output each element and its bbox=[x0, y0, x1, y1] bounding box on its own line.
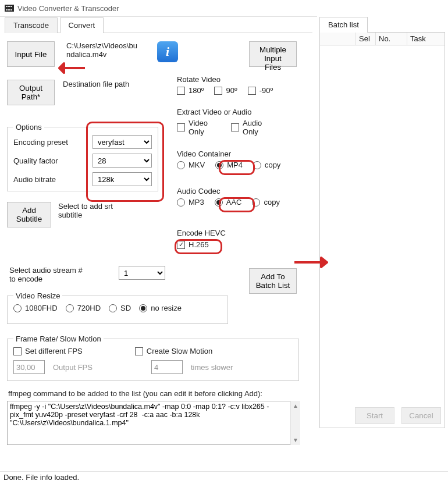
app-logo-icon bbox=[5, 3, 14, 13]
output-fps-label: Output FPS bbox=[53, 363, 143, 372]
rotate-video-label: Rotate Video bbox=[177, 75, 273, 84]
codec-aac-radio[interactable]: AAC bbox=[215, 198, 242, 207]
rotate-180-check[interactable]: 180º bbox=[177, 86, 204, 95]
container-mp4-radio[interactable]: MP4 bbox=[215, 161, 243, 169]
add-to-batch-button[interactable]: Add To Batch List bbox=[249, 268, 297, 294]
audio-bitrate-select[interactable]: 128k bbox=[93, 172, 152, 186]
svg-rect-2 bbox=[8, 6, 10, 7]
extract-group: Extract Video or Audio Video Only Audio … bbox=[177, 108, 262, 136]
cmd-label: ffmpeg command to be added to the list (… bbox=[8, 389, 299, 398]
scroll-up-icon[interactable]: ▲ bbox=[291, 401, 300, 411]
main-tabs: Transcode Convert bbox=[5, 17, 312, 33]
title-bar: Video Converter & Transcoder bbox=[0, 0, 448, 16]
extract-label: Extract Video or Audio bbox=[177, 108, 262, 116]
h265-check[interactable]: H.265 bbox=[177, 240, 209, 249]
annotation-arrow-input bbox=[58, 61, 86, 75]
batch-list-container: Sel No. Task Start Cancel bbox=[319, 33, 445, 428]
convert-panel: Input File C:\Users\z\Videos\bu ndalica.… bbox=[5, 33, 312, 452]
cmd-scrollbar[interactable]: ▲ ▼ bbox=[290, 401, 300, 445]
resize-720-radio[interactable]: 720HD bbox=[66, 304, 101, 312]
batch-panel: Batch list Sel No. Task Start Cancel bbox=[318, 16, 446, 458]
tab-batch-list[interactable]: Batch list bbox=[319, 17, 368, 33]
svg-rect-0 bbox=[5, 5, 14, 12]
rotate-90-check[interactable]: 90º bbox=[214, 86, 237, 95]
svg-rect-3 bbox=[10, 6, 12, 7]
svg-rect-5 bbox=[8, 9, 10, 10]
rotate-neg90-check[interactable]: -90º bbox=[248, 86, 273, 95]
codec-copy-radio[interactable]: copy bbox=[252, 198, 279, 207]
tab-transcode[interactable]: Transcode bbox=[5, 17, 58, 33]
scroll-down-icon[interactable]: ▼ bbox=[291, 435, 300, 445]
svg-rect-1 bbox=[6, 6, 8, 7]
subtitle-hint: Select to add srt subtitle bbox=[58, 202, 128, 219]
frame-slow-fieldset: Frame Rate/ Slow Motion Set different FP… bbox=[7, 334, 299, 381]
video-container-label: Video Container bbox=[177, 150, 280, 158]
multiple-input-button[interactable]: Multiple Input Files bbox=[249, 41, 297, 67]
main-panel: Transcode Convert Input File C:\Users\z\… bbox=[0, 16, 317, 458]
create-slow-check[interactable]: Create Slow Motion bbox=[135, 347, 212, 355]
times-slower-label: times slower bbox=[191, 363, 233, 372]
batch-col-task[interactable]: Task bbox=[407, 33, 445, 45]
set-fps-check[interactable]: Set different FPS bbox=[13, 347, 83, 355]
svg-rect-6 bbox=[10, 9, 12, 10]
options-legend: Options bbox=[13, 123, 44, 131]
audio-bitrate-label: Audio bitrate bbox=[13, 175, 56, 184]
resize-1080-radio[interactable]: 1080FHD bbox=[13, 304, 58, 312]
rotate-video-group: Rotate Video 180º 90º -90º bbox=[177, 75, 273, 95]
audio-only-check[interactable]: Audio Only bbox=[231, 119, 262, 136]
batch-col-sel[interactable]: Sel bbox=[356, 33, 376, 45]
container-mkv-radio[interactable]: MKV bbox=[177, 161, 205, 169]
audio-stream-select[interactable]: 1 bbox=[119, 266, 165, 280]
input-file-path: C:\Users\z\Videos\bu ndalica.m4v bbox=[66, 41, 154, 59]
batch-cancel-button[interactable]: Cancel bbox=[401, 407, 441, 424]
status-bar: Done. File info loaded. bbox=[0, 471, 448, 484]
batch-tabs: Batch list bbox=[319, 16, 445, 33]
encoding-preset-select[interactable]: veryfast bbox=[93, 135, 152, 149]
input-file-button[interactable]: Input File bbox=[7, 41, 55, 67]
options-fieldset: Options Encoding preset veryfast Quality… bbox=[7, 123, 158, 191]
resize-sd-radio[interactable]: SD bbox=[109, 304, 131, 312]
video-container-group: Video Container MKV MP4 copy bbox=[177, 150, 280, 169]
batch-col-blank bbox=[320, 33, 356, 45]
video-resize-fieldset: Video Resize 1080FHD 720HD SD no resize bbox=[7, 291, 228, 324]
encode-hevc-group: Encode HEVC H.265 bbox=[177, 229, 226, 249]
container-copy-radio[interactable]: copy bbox=[253, 161, 280, 169]
tab-convert[interactable]: Convert bbox=[60, 17, 104, 33]
quality-factor-label: Quality factor bbox=[13, 156, 58, 165]
video-resize-label: Video Resize bbox=[13, 291, 62, 300]
slow-factor-input[interactable] bbox=[151, 360, 183, 374]
quality-factor-select[interactable]: 28 bbox=[93, 154, 152, 168]
destination-path-label: Destination file path bbox=[63, 80, 129, 88]
info-icon[interactable]: i bbox=[157, 41, 178, 62]
audio-stream-label: Select audio stream # to encode bbox=[9, 266, 91, 283]
batch-col-no[interactable]: No. bbox=[376, 33, 407, 45]
window-title: Video Converter & Transcoder bbox=[17, 4, 119, 13]
frame-slow-label: Frame Rate/ Slow Motion bbox=[13, 334, 104, 343]
audio-codec-label: Audio Codec bbox=[177, 187, 280, 195]
batch-start-button[interactable]: Start bbox=[355, 407, 394, 424]
encoding-preset-label: Encoding preset bbox=[13, 138, 68, 147]
add-subtitle-button[interactable]: Add Subtitle bbox=[7, 202, 51, 227]
codec-mp3-radio[interactable]: MP3 bbox=[177, 198, 204, 207]
cmd-textarea[interactable]: ffmpeg -y -i "C:\Users\z\Videos\bundalic… bbox=[7, 401, 300, 445]
output-path-button[interactable]: Output Path* bbox=[7, 80, 55, 105]
svg-rect-4 bbox=[6, 9, 8, 10]
resize-none-radio[interactable]: no resize bbox=[139, 304, 182, 312]
encode-hevc-label: Encode HEVC bbox=[177, 229, 226, 237]
audio-codec-group: Audio Codec MP3 AAC copy bbox=[177, 187, 280, 207]
batch-table-header: Sel No. Task bbox=[320, 33, 445, 45]
video-only-check[interactable]: Video Only bbox=[177, 119, 208, 136]
fps-input[interactable] bbox=[13, 360, 45, 374]
